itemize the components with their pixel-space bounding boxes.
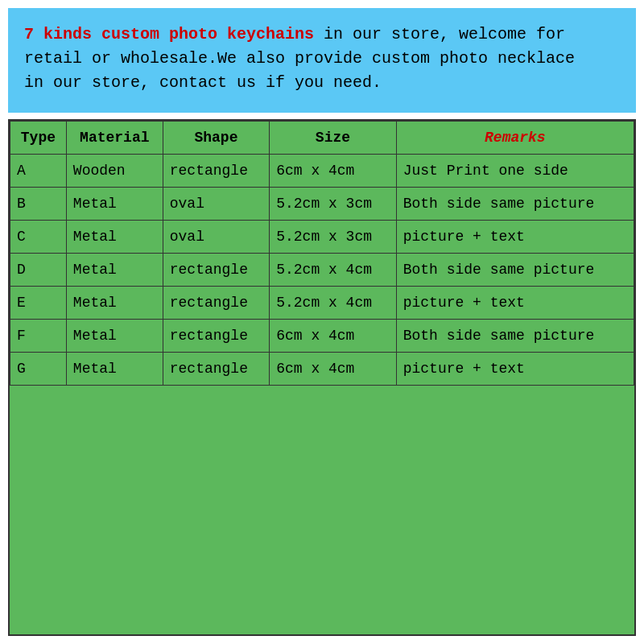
col-header-material: Material bbox=[66, 122, 163, 155]
table-cell: B bbox=[10, 188, 67, 221]
table-cell: 6cm x 4cm bbox=[270, 155, 397, 188]
table-cell: 5.2cm x 4cm bbox=[270, 287, 397, 320]
table-cell: rectangle bbox=[163, 320, 269, 353]
table-cell: E bbox=[10, 287, 67, 320]
table-cell: Both side same picture bbox=[396, 254, 634, 287]
table-cell: Metal bbox=[66, 287, 163, 320]
table-header-row: Type Material Shape Size Remarks bbox=[10, 122, 634, 155]
table-cell: rectangle bbox=[163, 254, 269, 287]
table-cell: picture + text bbox=[396, 353, 634, 386]
table-row: FMetalrectangle6cm x 4cmBoth side same p… bbox=[10, 320, 634, 353]
table-cell: Metal bbox=[66, 188, 163, 221]
col-header-type: Type bbox=[10, 122, 67, 155]
table-row: EMetalrectangle5.2cm x 4cmpicture + text bbox=[10, 287, 634, 320]
table-row: GMetalrectangle6cm x 4cmpicture + text bbox=[10, 353, 634, 386]
banner-line1-rest: in our store, welcome for bbox=[314, 25, 565, 43]
table-cell: picture + text bbox=[396, 221, 634, 254]
table-cell: F bbox=[10, 320, 67, 353]
table-cell: Both side same picture bbox=[396, 320, 634, 353]
table-cell: rectangle bbox=[163, 155, 269, 188]
table-cell: rectangle bbox=[163, 287, 269, 320]
banner-line2: retail or wholesale.We also provide cust… bbox=[24, 49, 575, 68]
table-cell: picture + text bbox=[396, 287, 634, 320]
table-cell: 5.2cm x 3cm bbox=[270, 221, 397, 254]
table-row: AWoodenrectangle6cm x 4cmJust Print one … bbox=[10, 155, 634, 188]
top-banner: 7 kinds custom photo keychains in our st… bbox=[8, 8, 636, 113]
table-cell: Metal bbox=[66, 221, 163, 254]
table-cell: oval bbox=[163, 221, 269, 254]
table-row: CMetaloval5.2cm x 3cmpicture + text bbox=[10, 221, 634, 254]
table-cell: Just Print one side bbox=[396, 155, 634, 188]
table-row: DMetalrectangle5.2cm x 4cmBoth side same… bbox=[10, 254, 634, 287]
table-cell: Metal bbox=[66, 320, 163, 353]
table-cell: G bbox=[10, 353, 67, 386]
table-cell: Metal bbox=[66, 254, 163, 287]
table-container: Type Material Shape Size Remarks AWooden… bbox=[8, 119, 636, 636]
table-cell: 5.2cm x 4cm bbox=[270, 254, 397, 287]
table-cell: 6cm x 4cm bbox=[270, 353, 397, 386]
table-row: BMetaloval5.2cm x 3cmBoth side same pict… bbox=[10, 188, 634, 221]
table-cell: C bbox=[10, 221, 67, 254]
table-cell: oval bbox=[163, 188, 269, 221]
table-cell: rectangle bbox=[163, 353, 269, 386]
highlight-text: 7 kinds custom photo keychains bbox=[24, 25, 314, 43]
table-cell: Wooden bbox=[66, 155, 163, 188]
table-cell: A bbox=[10, 155, 67, 188]
banner-line3: in our store, contact us if you need. bbox=[24, 73, 382, 92]
table-cell: Both side same picture bbox=[396, 188, 634, 221]
keychain-table: Type Material Shape Size Remarks AWooden… bbox=[10, 121, 634, 386]
table-cell: 6cm x 4cm bbox=[270, 320, 397, 353]
table-cell: D bbox=[10, 254, 67, 287]
page-container: 7 kinds custom photo keychains in our st… bbox=[0, 0, 644, 644]
col-header-remarks: Remarks bbox=[396, 122, 634, 155]
col-header-size: Size bbox=[270, 122, 397, 155]
table-cell: 5.2cm x 3cm bbox=[270, 188, 397, 221]
col-header-shape: Shape bbox=[163, 122, 269, 155]
table-cell: Metal bbox=[66, 353, 163, 386]
